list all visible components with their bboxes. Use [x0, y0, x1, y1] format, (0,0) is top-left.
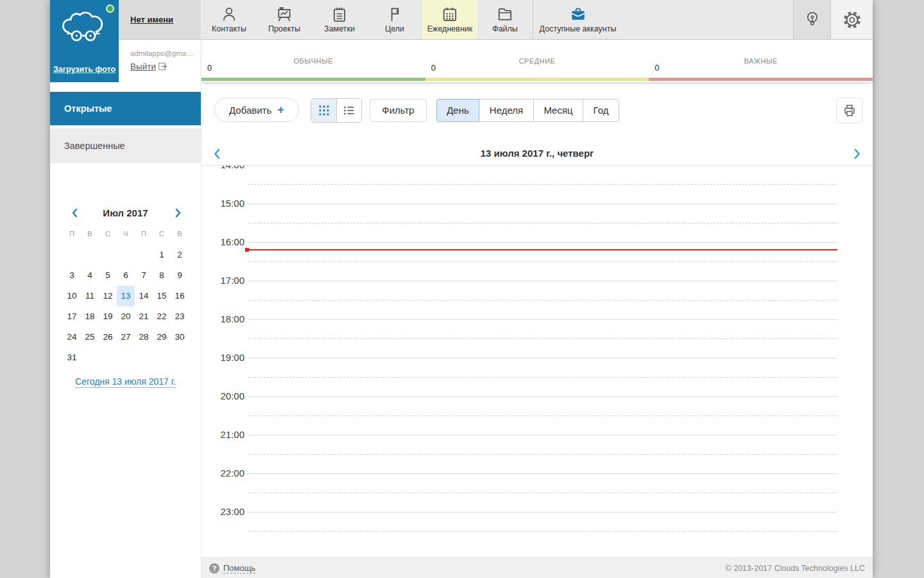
- upload-photo-link[interactable]: Загрузить фото: [50, 65, 119, 74]
- help-link[interactable]: Помощь: [223, 563, 255, 574]
- calendar-day[interactable]: 22: [153, 306, 171, 327]
- calendar-day[interactable]: 25: [81, 327, 99, 347]
- calendar-day[interactable]: [153, 347, 171, 368]
- tab-planner[interactable]: Ежедневник: [422, 0, 477, 39]
- priority-summary-bar: ОБЫЧНЫЕ 0 СРЕДНИЕ 0 ВАЖНЫЕ 0: [201, 40, 873, 82]
- calendar-day[interactable]: 27: [117, 327, 135, 347]
- tab-accounts[interactable]: Доступные аккаунты: [533, 0, 622, 39]
- calendar-week-row: 24 25 26 27 28 29 30: [63, 327, 189, 347]
- calendar-day[interactable]: 23: [171, 306, 189, 327]
- calendar-day[interactable]: 17: [63, 306, 81, 327]
- nav-spacer: [622, 0, 793, 39]
- calendar-day[interactable]: 15: [153, 286, 171, 306]
- copyright-text: © 2013-2017 Clouds Technologies LLC: [726, 564, 865, 573]
- calendar-day[interactable]: 18: [81, 306, 99, 327]
- calendar-day[interactable]: 21: [135, 306, 153, 327]
- priority-important: ВАЖНЫЕ 0: [649, 40, 873, 82]
- calendar-day[interactable]: 4: [81, 265, 99, 286]
- top-navigation: Контакты Проекты Заметки: [201, 0, 873, 40]
- calendar-day[interactable]: [135, 347, 153, 368]
- calendar-day[interactable]: 6: [117, 265, 135, 286]
- priority-normal-bar: [201, 78, 425, 81]
- calendar-day[interactable]: 12: [99, 286, 117, 306]
- calendar-day[interactable]: 30: [171, 327, 189, 347]
- calendar-day[interactable]: 19: [99, 306, 117, 327]
- logout-icon: [158, 62, 167, 71]
- tab-contacts[interactable]: Контакты: [201, 0, 257, 39]
- calendar-day[interactable]: 24: [63, 327, 81, 347]
- calendar-day[interactable]: 14: [135, 286, 153, 306]
- filter-button[interactable]: Фильтр: [370, 99, 427, 122]
- add-button[interactable]: Добавить +: [214, 98, 299, 122]
- print-button[interactable]: [836, 98, 863, 123]
- calendar-day[interactable]: 1: [153, 245, 171, 265]
- app-window: Загрузить фото Нет имени admitapps@gma… …: [50, 0, 873, 578]
- help-icon[interactable]: ?: [209, 563, 219, 574]
- gear-icon: [842, 10, 862, 30]
- priority-medium: СРЕДНИЕ 0: [425, 40, 649, 82]
- tab-notes[interactable]: Заметки: [312, 0, 367, 39]
- grid-view-button[interactable]: [311, 99, 336, 122]
- list-view-button[interactable]: [336, 99, 361, 122]
- tab-goals[interactable]: Цели: [367, 0, 422, 39]
- calendar-day[interactable]: 16: [171, 286, 189, 306]
- tips-button[interactable]: [793, 0, 830, 39]
- notes-icon: [331, 6, 348, 22]
- calendar-day[interactable]: 5: [99, 265, 117, 286]
- lightbulb-icon: [804, 10, 821, 30]
- user-name-link[interactable]: Нет имени: [130, 15, 173, 24]
- calendar-day[interactable]: 31: [63, 347, 81, 368]
- calendar-day[interactable]: 3: [63, 265, 81, 286]
- sidebar: Загрузить фото Нет имени admitapps@gma… …: [50, 0, 201, 578]
- calendar-day[interactable]: [117, 347, 135, 368]
- calendar-day[interactable]: 8: [153, 265, 171, 286]
- priority-normal-count: 0: [207, 63, 212, 73]
- today-link[interactable]: Сегодня 13 июля 2017 г.: [50, 376, 201, 387]
- calendar-day[interactable]: [63, 245, 81, 265]
- calendar-day[interactable]: 9: [171, 265, 189, 286]
- calendar-day[interactable]: [99, 347, 117, 368]
- calendar-day[interactable]: 7: [135, 265, 153, 286]
- view-day-button[interactable]: День: [436, 99, 479, 122]
- priority-normal: ОБЫЧНЫЕ 0: [201, 40, 425, 82]
- calendar-day[interactable]: 10: [63, 286, 81, 306]
- main-area: Контакты Проекты Заметки: [201, 0, 873, 578]
- calendar-week-row: 17 18 19 20 21 22 23: [63, 306, 189, 327]
- calendar-day[interactable]: 26: [99, 327, 117, 347]
- calendar-day-selected[interactable]: 13: [117, 286, 135, 306]
- tab-files[interactable]: Файлы: [477, 0, 533, 39]
- calendar-day[interactable]: [135, 245, 153, 265]
- logout-label: Выйти: [130, 62, 156, 71]
- profile-photo-placeholder[interactable]: Загрузить фото: [50, 0, 119, 82]
- accounts-icon: [569, 6, 587, 22]
- view-mode-toggle: [311, 98, 362, 123]
- calendar-day[interactable]: [81, 245, 99, 265]
- tab-projects[interactable]: Проекты: [257, 0, 312, 39]
- calendar-day[interactable]: [81, 347, 99, 368]
- calendar-day[interactable]: [171, 347, 189, 368]
- calendar-day[interactable]: 2: [171, 245, 189, 265]
- clouds-logo-icon: [60, 5, 108, 51]
- sidebar-item-completed[interactable]: Завершенные: [50, 128, 201, 163]
- calendar-day[interactable]: [99, 245, 117, 265]
- list-view-icon: [343, 104, 355, 117]
- day-time-grid[interactable]: 14:00 15:00 16:00 17:00 18:00 19:00: [201, 166, 873, 539]
- calendar-day[interactable]: 11: [81, 286, 99, 306]
- day-header: 13 июля 2017 г., четверг: [201, 143, 873, 166]
- user-name-block: Нет имени: [119, 0, 201, 40]
- calendar-day[interactable]: [117, 245, 135, 265]
- sidebar-item-open[interactable]: Открытые: [50, 92, 201, 125]
- logout-link[interactable]: Выйти: [130, 62, 201, 71]
- prev-day-icon[interactable]: [213, 148, 221, 159]
- calendar-day[interactable]: 28: [135, 327, 153, 347]
- settings-button[interactable]: [830, 0, 873, 39]
- view-year-button[interactable]: Год: [583, 99, 619, 122]
- view-week-button[interactable]: Неделя: [479, 99, 534, 122]
- calendar-day[interactable]: 20: [117, 306, 135, 327]
- calendar-next-month-icon[interactable]: [175, 208, 182, 218]
- weekday-header: П В С Ч П С В: [63, 230, 189, 238]
- calendar-day[interactable]: 29: [153, 327, 171, 347]
- next-day-icon[interactable]: [853, 148, 861, 159]
- grid-view-icon: [318, 104, 330, 117]
- view-month-button[interactable]: Месяц: [533, 99, 583, 122]
